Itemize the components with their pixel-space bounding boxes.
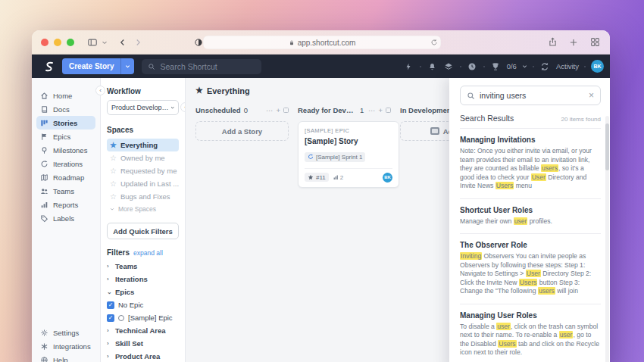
chevron-down-icon[interactable] <box>100 35 109 50</box>
checkbox-checked-icon[interactable]: ✓ <box>107 301 114 309</box>
sidebar-item-teams[interactable]: Teams <box>36 184 95 198</box>
clear-search-icon[interactable]: × <box>589 90 594 101</box>
result-snippet: To disable a user, click on the trash ca… <box>460 323 599 357</box>
activity-label[interactable]: Activity <box>556 62 579 70</box>
reports-chart-icon <box>40 201 48 209</box>
checkbox-checked-icon[interactable]: ✓ <box>107 314 114 322</box>
space-item-bugs-and-fixes[interactable]: ☆ Bugs and Fixes <box>107 190 179 203</box>
sidebar-item-settings[interactable]: Settings <box>36 326 95 339</box>
filter-panel-collapse-button[interactable]: ‹ <box>180 102 186 112</box>
column-more-icon[interactable]: ⋯ <box>266 106 274 114</box>
card-iteration-tag[interactable]: [Sample] Sprint 1 <box>305 152 365 162</box>
sidebar-item-milestones[interactable]: Milestones <box>36 143 95 157</box>
result-snippet: Inviting Observers You can invite people… <box>460 252 599 296</box>
global-search-placeholder: Search Shortcut <box>160 62 217 71</box>
sidebar-item-roadmap[interactable]: Roadmap <box>36 170 95 184</box>
label-tag-icon <box>40 214 48 223</box>
sidebar-item-stories[interactable]: Stories <box>36 116 95 130</box>
star-outline-icon: ☆ <box>110 154 117 162</box>
new-tab-icon[interactable] <box>566 35 581 50</box>
sidebar-item-home[interactable]: Home <box>36 89 95 102</box>
more-spaces-toggle[interactable]: More Spaces <box>107 203 179 215</box>
story-card[interactable]: [SAMPLE] EPIC [Sample] Story [Sample] Sp… <box>298 121 399 188</box>
filter-check-sample-epic[interactable]: ✓ [Sample] Epic <box>107 311 179 324</box>
back-button[interactable] <box>115 35 130 50</box>
sidebar-item-docs[interactable]: Docs <box>36 102 95 116</box>
stack-layers-icon[interactable] <box>443 61 455 72</box>
space-item-everything[interactable]: ★ Everything <box>107 139 179 151</box>
search-result-item[interactable]: The Observer Role Inviting Observers You… <box>460 234 601 304</box>
search-field[interactable]: × <box>460 86 601 105</box>
trophy-count: 0/6 <box>507 62 517 70</box>
filter-group-skill-set[interactable]: › Skill Set <box>107 337 179 350</box>
tab-overview-icon[interactable] <box>587 35 602 50</box>
space-item-owned-by-me[interactable]: ☆ Owned by me <box>107 151 179 164</box>
card-owner-avatar[interactable]: BK <box>383 173 392 183</box>
minimize-window-button[interactable] <box>54 39 61 46</box>
sidebar-item-epics[interactable]: Epics <box>36 130 95 143</box>
sidebar-item-labels[interactable]: Labels <box>36 211 95 225</box>
trophy-icon[interactable] <box>490 61 502 72</box>
sidebar-item-help[interactable]: Help <box>36 353 95 362</box>
panel-scrollbar-thumb[interactable] <box>605 123 609 170</box>
star-filled-icon[interactable]: ★ <box>195 86 203 95</box>
column-unscheduled: Unscheduled 0 ⋯ + Add a Story <box>195 106 289 188</box>
window-controls <box>41 39 74 46</box>
close-window-button[interactable] <box>41 39 48 46</box>
search-results-panel: × Search Results 20 items found Managing… <box>449 78 610 362</box>
sidebar-collapse-button[interactable]: ‹ <box>95 86 105 95</box>
search-query-input[interactable] <box>480 91 584 100</box>
share-icon[interactable] <box>545 35 560 50</box>
column-more-icon[interactable]: ⋯ <box>368 106 376 114</box>
sidebar-item-iterations[interactable]: Iterations <box>36 157 95 170</box>
shortcut-logo-icon[interactable] <box>42 60 56 73</box>
star-outline-icon: ☆ <box>110 167 117 175</box>
activity-icon[interactable] <box>539 61 551 72</box>
column-add-icon[interactable]: + <box>378 106 383 114</box>
sidebar-item-integrations[interactable]: Integrations <box>36 339 95 353</box>
user-avatar[interactable]: BK <box>591 60 604 73</box>
expand-all-link[interactable]: expand all <box>133 249 163 257</box>
column-select-icon[interactable] <box>283 108 289 113</box>
space-item-requested-by-me[interactable]: ☆ Requested by me <box>107 164 179 177</box>
refresh-icon[interactable] <box>430 39 438 46</box>
create-story-button[interactable]: Create Story <box>62 58 134 74</box>
search-result-item[interactable]: Shortcut User Roles Manage their own use… <box>460 199 601 235</box>
search-result-item[interactable]: Managing Invitations Note: Once you eith… <box>460 129 601 199</box>
teams-people-icon <box>40 187 48 195</box>
zoom-window-button[interactable] <box>67 39 74 46</box>
filter-panel: ‹ Workflow Product Development Spaces ★ … <box>101 78 186 362</box>
lock-icon <box>289 39 295 46</box>
column-select-icon[interactable] <box>386 108 391 113</box>
story-id-badge[interactable]: #11 <box>305 173 329 182</box>
filter-group-epics[interactable]: ⌄ Epics <box>107 286 179 298</box>
column-add-icon[interactable]: + <box>276 106 280 114</box>
column-count: 1 <box>360 106 364 114</box>
filter-group-teams[interactable]: › Teams <box>107 260 179 273</box>
filter-group-iterations[interactable]: › Iterations <box>107 273 179 286</box>
address-bar[interactable]: app.shortcut.com <box>203 36 441 49</box>
notifications-bell-icon[interactable] <box>427 61 438 72</box>
workflow-select[interactable]: Product Development <box>107 100 179 115</box>
left-sidebar: ‹ Home Docs Stories Epics Milestones <box>32 78 101 362</box>
trophy-caret-icon[interactable] <box>522 64 527 69</box>
result-snippet: Manage their own user profiles. <box>460 217 599 226</box>
forward-button[interactable] <box>130 35 145 50</box>
create-story-caret-icon[interactable] <box>120 58 134 74</box>
add-story-button[interactable]: Add a Story <box>195 121 289 141</box>
sidebar-toggle-icon[interactable] <box>85 35 100 50</box>
sidebar-item-reports[interactable]: Reports <box>36 198 95 211</box>
create-story-label: Create Story <box>62 58 120 74</box>
filter-group-technical-area[interactable]: › Technical Area <box>107 324 179 337</box>
filter-group-product-area[interactable]: › Product Area <box>107 350 179 362</box>
automations-lightning-icon[interactable] <box>403 61 414 72</box>
star-outline-icon: ☆ <box>110 179 117 188</box>
filter-check-no-epic[interactable]: ✓ No Epic <box>107 298 179 311</box>
roadmap-map-icon <box>40 173 48 182</box>
search-result-item[interactable]: Managing User Roles To disable a user, c… <box>460 304 601 362</box>
chevron-right-icon: › <box>107 340 111 347</box>
global-search-input[interactable]: Search Shortcut <box>142 59 261 74</box>
add-quick-filters-button[interactable]: Add Quick Filters <box>107 223 179 239</box>
space-item-updated-in-last[interactable]: ☆ Updated in Last ... <box>107 177 179 190</box>
recents-clock-icon[interactable] <box>467 61 478 72</box>
